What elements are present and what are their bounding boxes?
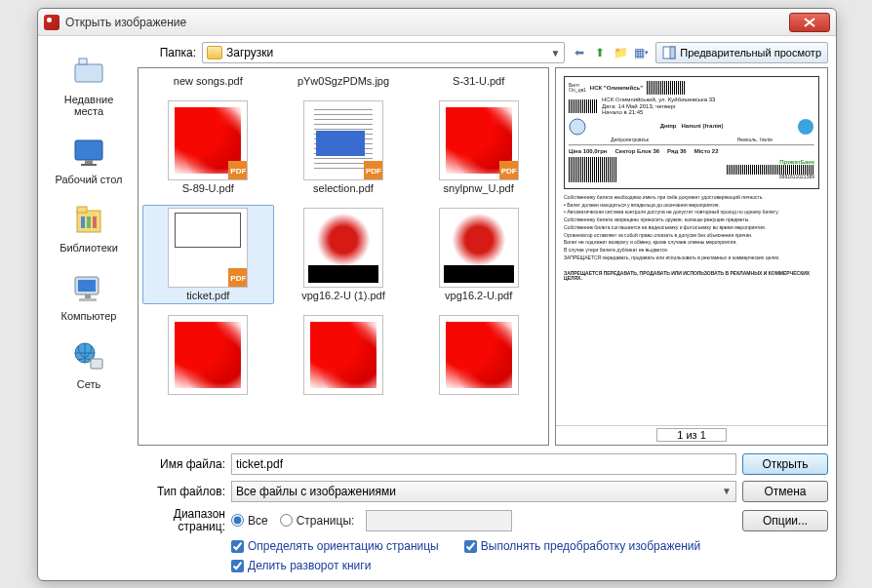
- file-thumbnail: PDF: [303, 100, 383, 180]
- bottom-form: Имя файла: Открыть Тип файлов: Все файлы…: [138, 446, 828, 572]
- file-item[interactable]: vpg16.2-U.pdf: [413, 205, 544, 304]
- file-thumbnail: [303, 208, 383, 288]
- svg-rect-4: [81, 164, 97, 166]
- team-logo-icon: [797, 118, 814, 136]
- range-label: Диапазон страниц:: [138, 508, 225, 533]
- places-sidebar: Недавние места Рабочий стол Библиотеки К…: [46, 42, 132, 572]
- file-item[interactable]: PDFticket.pdf: [142, 205, 274, 304]
- svg-rect-11: [78, 280, 96, 292]
- file-label: ticket.pdf: [159, 290, 257, 301]
- file-list-pane[interactable]: new songs.pdfpYw0SgzPDMs.jpgS-31-U.pdfPD…: [138, 67, 549, 446]
- preprocess-checkbox[interactable]: Выполнять предобработку изображений: [464, 539, 700, 553]
- svg-rect-6: [77, 207, 87, 213]
- options-button[interactable]: Опции...: [742, 510, 828, 531]
- file-label: S-89-U.pdf: [159, 182, 257, 194]
- sidebar-item-libraries[interactable]: Библиотеки: [46, 198, 132, 256]
- file-label: new songs.pdf: [159, 75, 257, 87]
- back-icon[interactable]: ⬅: [571, 44, 588, 61]
- view-mode-icon[interactable]: ▦▾: [632, 44, 650, 61]
- sidebar-item-network[interactable]: Сеть: [46, 334, 132, 393]
- team-logo-icon: [569, 118, 586, 136]
- svg-rect-8: [87, 216, 91, 228]
- recent-places-icon: [69, 53, 108, 92]
- barcode-icon: [647, 81, 686, 95]
- computer-icon: [69, 269, 108, 308]
- folder-label: Папка:: [138, 46, 196, 59]
- svg-rect-7: [81, 216, 85, 228]
- up-icon[interactable]: ⬆: [591, 44, 609, 61]
- svg-rect-3: [85, 160, 93, 164]
- file-label: selection.pdf: [295, 182, 392, 194]
- svg-point-19: [798, 119, 813, 135]
- new-folder-icon[interactable]: 📁: [612, 44, 629, 61]
- open-button[interactable]: Открыть: [742, 453, 828, 475]
- pdf-badge-icon: PDF: [364, 161, 383, 180]
- svg-rect-2: [75, 140, 102, 160]
- sidebar-item-computer[interactable]: Компьютер: [46, 266, 132, 325]
- file-item[interactable]: PDFselection.pdf: [278, 98, 410, 197]
- file-label: pYw0SgzPDMs.jpg: [295, 75, 392, 87]
- svg-rect-15: [91, 359, 102, 369]
- app-icon: [44, 15, 59, 30]
- file-item[interactable]: new songs.pdf: [142, 72, 274, 90]
- page-indicator: 1 из 1: [656, 428, 727, 442]
- libraries-icon: [69, 201, 108, 240]
- svg-rect-13: [79, 298, 97, 301]
- pdf-badge-icon: PDF: [228, 161, 248, 180]
- file-thumbnail: PDF: [439, 100, 519, 180]
- folder-dropdown[interactable]: Загрузки ▼: [202, 42, 565, 63]
- content-row: new songs.pdfpYw0SgzPDMs.jpgS-31-U.pdfPD…: [138, 67, 828, 446]
- sidebar-item-desktop[interactable]: Рабочий стол: [46, 130, 132, 188]
- desktop-icon: [69, 133, 108, 172]
- file-label: vpg16.2-U (1).pdf: [295, 290, 392, 301]
- preview-icon: [662, 46, 676, 59]
- svg-rect-17: [670, 47, 675, 59]
- folder-row: Папка: Загрузки ▼ ⬅ ⬆ 📁 ▦▾ Предварительн…: [138, 42, 828, 63]
- chevron-down-icon: ▼: [722, 486, 732, 496]
- file-item[interactable]: vpg16.2-U (1).pdf: [278, 205, 410, 304]
- barcode-icon: [569, 157, 617, 182]
- orientation-checkbox[interactable]: Определять ориентацию страницы: [231, 539, 439, 553]
- svg-point-18: [570, 119, 585, 135]
- file-item[interactable]: [142, 312, 274, 400]
- preview-page-nav: 1 из 1: [556, 425, 827, 445]
- dialog-window: Открыть изображение Недавние места Рабоч…: [37, 8, 837, 581]
- filename-label: Имя файла:: [138, 457, 225, 471]
- filetype-dropdown[interactable]: Все файлы с изображениями ▼: [231, 481, 736, 502]
- main-area: Папка: Загрузки ▼ ⬅ ⬆ 📁 ▦▾ Предварительн…: [138, 42, 828, 572]
- svg-rect-0: [75, 64, 102, 82]
- file-item[interactable]: [413, 312, 544, 400]
- sidebar-item-recent[interactable]: Недавние места: [46, 50, 132, 120]
- file-item[interactable]: PDFS-89-U.pdf: [142, 98, 274, 197]
- toolbar-icons: ⬅ ⬆ 📁 ▦▾: [571, 44, 650, 61]
- window-title: Открыть изображение: [65, 16, 789, 29]
- dialog-body: Недавние места Рабочий стол Библиотеки К…: [38, 36, 836, 580]
- file-thumbnail: [168, 315, 248, 395]
- split-checkbox[interactable]: Делить разворот книги: [231, 559, 371, 572]
- file-thumbnail: PDF: [168, 208, 248, 288]
- file-thumbnail: [303, 315, 383, 395]
- network-icon: [69, 337, 108, 376]
- file-label: S-31-U.pdf: [430, 75, 528, 87]
- file-label: snylpnw_U.pdf: [430, 182, 528, 194]
- svg-rect-1: [79, 59, 87, 64]
- folder-selected: Загрузки: [226, 46, 273, 59]
- range-pages-radio[interactable]: Страницы:: [280, 514, 355, 528]
- file-item[interactable]: pYw0SgzPDMs.jpg: [278, 72, 410, 90]
- pdf-badge-icon: PDF: [228, 268, 248, 288]
- preview-toggle-button[interactable]: Предварительный просмотр: [655, 42, 828, 63]
- file-item[interactable]: S-31-U.pdf: [413, 72, 544, 90]
- file-item[interactable]: [278, 312, 410, 400]
- close-button[interactable]: [789, 13, 830, 32]
- file-thumbnail: [439, 208, 519, 288]
- filetype-label: Тип файлов:: [138, 485, 225, 498]
- filename-input[interactable]: [231, 453, 736, 475]
- cancel-button[interactable]: Отмена: [742, 481, 828, 502]
- range-all-radio[interactable]: Все: [231, 514, 268, 528]
- chevron-down-icon: ▼: [550, 48, 560, 59]
- titlebar: Открыть изображение: [38, 9, 836, 36]
- folder-icon: [207, 46, 222, 59]
- file-item[interactable]: PDFsnylpnw_U.pdf: [413, 98, 544, 197]
- range-pages-input: [366, 510, 512, 531]
- svg-rect-12: [85, 294, 91, 298]
